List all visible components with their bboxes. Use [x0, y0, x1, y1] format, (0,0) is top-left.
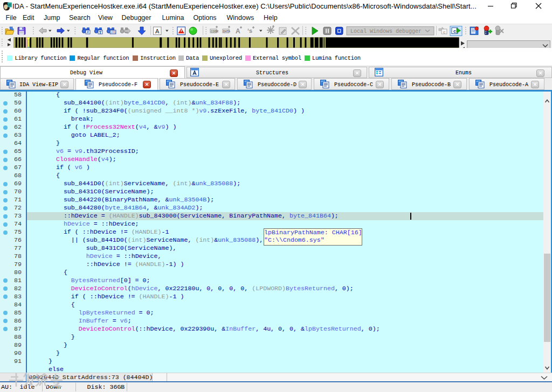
svg-text:CODE: CODE [211, 30, 219, 33]
svg-text:A: A [155, 28, 160, 34]
svg-text:c: c [453, 29, 456, 34]
svg-text:Local Windows debugger: Local Windows debugger [350, 29, 422, 34]
svg-text:A: A [236, 27, 240, 35]
svg-text:DATA: DATA [223, 30, 231, 33]
svg-text:‘s: ‘s [247, 27, 252, 34]
svg-text:101: 101 [110, 30, 116, 34]
svg-text:T: T [99, 30, 102, 35]
svg-text:#: # [87, 30, 89, 34]
svg-text:c: c [443, 30, 445, 34]
